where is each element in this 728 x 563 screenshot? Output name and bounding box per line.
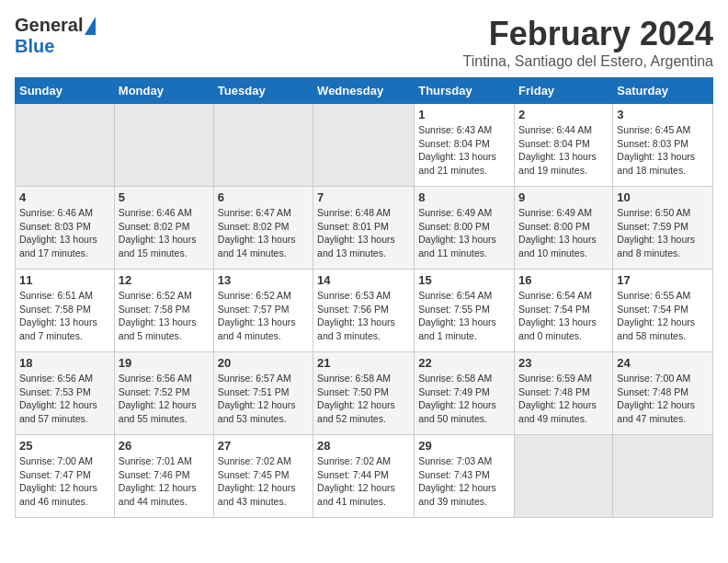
calendar-cell: 15Sunrise: 6:54 AMSunset: 7:55 PMDayligh…	[415, 270, 515, 352]
day-number: 19	[119, 356, 210, 370]
week-row-1: 1Sunrise: 6:43 AMSunset: 8:04 PMDaylight…	[16, 104, 713, 187]
day-number: 10	[617, 190, 709, 204]
day-info: Sunrise: 6:54 AMSunset: 7:55 PMDaylight:…	[418, 289, 510, 343]
day-info: Sunrise: 6:57 AMSunset: 7:51 PMDaylight:…	[218, 372, 309, 426]
day-info: Sunrise: 7:01 AMSunset: 7:46 PMDaylight:…	[119, 454, 210, 509]
day-info: Sunrise: 6:59 AMSunset: 7:48 PMDaylight:…	[518, 372, 609, 426]
day-info: Sunrise: 6:50 AMSunset: 7:59 PMDaylight:…	[617, 206, 709, 260]
day-header-sunday: Sunday	[16, 78, 115, 104]
calendar-cell: 14Sunrise: 6:53 AMSunset: 7:56 PMDayligh…	[313, 270, 415, 352]
calendar-cell: 25Sunrise: 7:00 AMSunset: 7:47 PMDayligh…	[16, 435, 115, 518]
day-info: Sunrise: 6:58 AMSunset: 7:50 PMDaylight:…	[317, 372, 410, 426]
day-number: 5	[119, 190, 210, 204]
calendar-cell	[16, 104, 115, 187]
calendar-cell	[313, 104, 415, 187]
day-header-wednesday: Wednesday	[313, 78, 415, 104]
calendar-cell: 21Sunrise: 6:58 AMSunset: 7:50 PMDayligh…	[313, 352, 415, 435]
calendar-cell	[114, 104, 213, 187]
calendar-cell: 18Sunrise: 6:56 AMSunset: 7:53 PMDayligh…	[16, 352, 115, 435]
day-info: Sunrise: 6:47 AMSunset: 8:02 PMDaylight:…	[218, 206, 309, 260]
day-info: Sunrise: 6:53 AMSunset: 7:56 PMDaylight:…	[317, 289, 410, 343]
day-number: 29	[418, 439, 510, 453]
day-info: Sunrise: 6:51 AMSunset: 7:58 PMDaylight:…	[19, 289, 110, 343]
day-header-friday: Friday	[515, 78, 613, 104]
calendar-cell: 6Sunrise: 6:47 AMSunset: 8:02 PMDaylight…	[213, 187, 313, 270]
day-number: 28	[317, 439, 410, 453]
logo-blue: Blue	[15, 36, 54, 57]
calendar-cell: 16Sunrise: 6:54 AMSunset: 7:54 PMDayligh…	[515, 270, 613, 352]
calendar-cell: 26Sunrise: 7:01 AMSunset: 7:46 PMDayligh…	[114, 435, 213, 518]
calendar-cell: 17Sunrise: 6:55 AMSunset: 7:54 PMDayligh…	[613, 270, 713, 352]
day-header-tuesday: Tuesday	[213, 78, 313, 104]
day-info: Sunrise: 6:48 AMSunset: 8:01 PMDaylight:…	[317, 206, 410, 260]
day-info: Sunrise: 6:46 AMSunset: 8:03 PMDaylight:…	[19, 206, 110, 260]
day-number: 21	[317, 356, 410, 370]
day-info: Sunrise: 6:52 AMSunset: 7:57 PMDaylight:…	[218, 289, 309, 343]
day-info: Sunrise: 6:49 AMSunset: 8:00 PMDaylight:…	[518, 206, 609, 260]
day-header-monday: Monday	[114, 78, 213, 104]
calendar-cell	[213, 104, 313, 187]
day-info: Sunrise: 6:46 AMSunset: 8:02 PMDaylight:…	[119, 206, 210, 260]
calendar-cell: 28Sunrise: 7:02 AMSunset: 7:44 PMDayligh…	[313, 435, 415, 518]
week-row-2: 4Sunrise: 6:46 AMSunset: 8:03 PMDaylight…	[16, 187, 713, 270]
calendar-cell: 8Sunrise: 6:49 AMSunset: 8:00 PMDaylight…	[415, 187, 515, 270]
day-number: 26	[119, 439, 210, 453]
calendar-cell	[613, 435, 713, 518]
calendar-cell: 4Sunrise: 6:46 AMSunset: 8:03 PMDaylight…	[16, 187, 115, 270]
calendar-cell: 2Sunrise: 6:44 AMSunset: 8:04 PMDaylight…	[515, 104, 613, 187]
day-info: Sunrise: 6:56 AMSunset: 7:53 PMDaylight:…	[19, 372, 110, 426]
day-info: Sunrise: 7:02 AMSunset: 7:44 PMDaylight:…	[317, 454, 410, 509]
day-number: 16	[518, 273, 609, 287]
subtitle: Tintina, Santiago del Estero, Argentina	[463, 53, 713, 70]
calendar-cell: 7Sunrise: 6:48 AMSunset: 8:01 PMDaylight…	[313, 187, 415, 270]
calendar-cell: 3Sunrise: 6:45 AMSunset: 8:03 PMDaylight…	[613, 104, 713, 187]
week-row-5: 25Sunrise: 7:00 AMSunset: 7:47 PMDayligh…	[16, 435, 713, 518]
week-row-4: 18Sunrise: 6:56 AMSunset: 7:53 PMDayligh…	[16, 352, 713, 435]
day-info: Sunrise: 6:52 AMSunset: 7:58 PMDaylight:…	[119, 289, 210, 343]
day-info: Sunrise: 6:45 AMSunset: 8:03 PMDaylight:…	[617, 123, 709, 178]
calendar-cell: 22Sunrise: 6:58 AMSunset: 7:49 PMDayligh…	[415, 352, 515, 435]
day-number: 15	[418, 273, 510, 287]
day-info: Sunrise: 7:00 AMSunset: 7:47 PMDaylight:…	[19, 454, 110, 509]
day-info: Sunrise: 6:56 AMSunset: 7:52 PMDaylight:…	[119, 372, 210, 426]
day-info: Sunrise: 7:02 AMSunset: 7:45 PMDaylight:…	[218, 454, 309, 509]
week-row-3: 11Sunrise: 6:51 AMSunset: 7:58 PMDayligh…	[16, 270, 713, 352]
calendar-cell: 29Sunrise: 7:03 AMSunset: 7:43 PMDayligh…	[415, 435, 515, 518]
title-area: February 2024 Tintina, Santiago del Este…	[463, 15, 713, 70]
day-number: 23	[518, 356, 609, 370]
calendar-cell: 11Sunrise: 6:51 AMSunset: 7:58 PMDayligh…	[16, 270, 115, 352]
day-info: Sunrise: 6:54 AMSunset: 7:54 PMDaylight:…	[518, 289, 609, 343]
day-number: 8	[418, 190, 510, 204]
calendar-cell: 24Sunrise: 7:00 AMSunset: 7:48 PMDayligh…	[613, 352, 713, 435]
day-info: Sunrise: 6:43 AMSunset: 8:04 PMDaylight:…	[418, 123, 510, 178]
day-number: 9	[518, 190, 609, 204]
day-number: 11	[19, 273, 110, 287]
logo-general: General	[15, 15, 83, 36]
calendar-cell: 1Sunrise: 6:43 AMSunset: 8:04 PMDaylight…	[415, 104, 515, 187]
calendar-cell: 20Sunrise: 6:57 AMSunset: 7:51 PMDayligh…	[213, 352, 313, 435]
day-number: 14	[317, 273, 410, 287]
calendar-cell: 13Sunrise: 6:52 AMSunset: 7:57 PMDayligh…	[213, 270, 313, 352]
calendar-header-row: SundayMondayTuesdayWednesdayThursdayFrid…	[16, 78, 713, 104]
logo-triangle-icon	[85, 17, 96, 35]
header: General Blue February 2024 Tintina, Sant…	[15, 15, 713, 70]
day-header-thursday: Thursday	[415, 78, 515, 104]
day-number: 1	[418, 108, 510, 121]
day-number: 4	[19, 190, 110, 204]
day-number: 22	[418, 356, 510, 370]
day-number: 6	[218, 190, 309, 204]
day-number: 24	[617, 356, 709, 370]
day-info: Sunrise: 7:03 AMSunset: 7:43 PMDaylight:…	[418, 454, 510, 509]
calendar-cell: 9Sunrise: 6:49 AMSunset: 8:00 PMDaylight…	[515, 187, 613, 270]
day-info: Sunrise: 6:49 AMSunset: 8:00 PMDaylight:…	[418, 206, 510, 260]
day-number: 18	[19, 356, 110, 370]
day-number: 2	[518, 108, 609, 121]
day-number: 25	[19, 439, 110, 453]
day-info: Sunrise: 6:55 AMSunset: 7:54 PMDaylight:…	[617, 289, 709, 343]
calendar-cell	[515, 435, 613, 518]
calendar-cell: 19Sunrise: 6:56 AMSunset: 7:52 PMDayligh…	[114, 352, 213, 435]
calendar-cell: 5Sunrise: 6:46 AMSunset: 8:02 PMDaylight…	[114, 187, 213, 270]
calendar-cell: 23Sunrise: 6:59 AMSunset: 7:48 PMDayligh…	[515, 352, 613, 435]
day-number: 7	[317, 190, 410, 204]
day-number: 27	[218, 439, 309, 453]
